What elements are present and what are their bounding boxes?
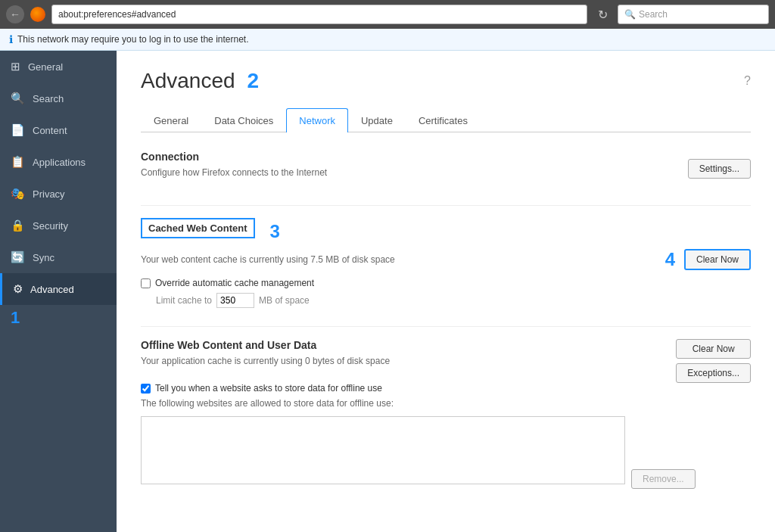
tell-offline-label: Tell you when a website asks to store da…	[155, 383, 382, 394]
content-area: Advanced 2 ? General Data Choices Networ…	[117, 51, 775, 532]
limit-unit: MB of space	[259, 295, 310, 306]
cached-desc: Your web content cache is currently usin…	[141, 254, 395, 265]
connection-info: Connection Configure how Firefox connect…	[141, 151, 327, 187]
annotation-4: 4	[665, 249, 675, 270]
sidebar-label-sync: Sync	[33, 252, 54, 263]
page-title: Advanced	[141, 69, 235, 93]
cached-content-title: Cached Web Content	[141, 218, 255, 238]
tell-offline-row: Tell you when a website asks to store da…	[141, 383, 751, 394]
clear-offline-button[interactable]: Clear Now	[676, 339, 751, 359]
back-button[interactable]: ←	[6, 5, 24, 23]
applications-icon: 📋	[11, 155, 25, 169]
override-cache-row: Override automatic cache management	[141, 278, 751, 288]
override-cache-checkbox[interactable]	[141, 278, 151, 288]
annotation-2: 2	[247, 69, 260, 93]
info-bar-text: This network may require you to log in t…	[17, 34, 249, 45]
sidebar-item-security[interactable]: 🔒 Security	[0, 210, 117, 241]
offline-content-section: Offline Web Content and User Data Your a…	[141, 339, 751, 490]
sidebar-label-content: Content	[33, 125, 67, 136]
cache-limit-row: Limit cache to MB of space	[156, 293, 751, 308]
help-icon[interactable]: ?	[744, 74, 751, 88]
advanced-icon: ⚙	[13, 282, 23, 296]
info-bar: ℹ This network may require you to log in…	[0, 29, 775, 51]
override-cache-label: Override automatic cache management	[155, 278, 314, 288]
sidebar-label-privacy: Privacy	[33, 188, 65, 200]
website-list	[141, 416, 625, 484]
sidebar-label-security: Security	[33, 220, 68, 232]
address-bar[interactable]	[51, 5, 587, 24]
reload-button[interactable]: ↻	[593, 5, 612, 23]
sidebar-item-sync[interactable]: 🔄 Sync	[0, 241, 117, 273]
tab-data-choices[interactable]: Data Choices	[201, 108, 286, 132]
sidebar-item-applications[interactable]: 📋 Applications	[0, 146, 117, 178]
content-icon: 📄	[11, 123, 25, 137]
settings-button[interactable]: Settings...	[688, 159, 751, 179]
page-header: Advanced 2 ?	[141, 69, 751, 93]
browser-search-bar[interactable]: 🔍 Search	[618, 5, 769, 24]
sidebar: ⊞ General 🔍 Search 📄 Content 📋 Applicati…	[0, 51, 117, 532]
tab-general[interactable]: General	[141, 108, 201, 132]
annotation-1: 1	[0, 305, 117, 331]
sidebar-label-applications: Applications	[33, 157, 86, 168]
sidebar-label-general: General	[28, 61, 63, 73]
tab-update[interactable]: Update	[348, 108, 406, 132]
search-bar-placeholder: Search	[639, 9, 668, 20]
offline-title: Offline Web Content and User Data	[141, 339, 676, 351]
connection-section: Connection Configure how Firefox connect…	[141, 151, 751, 187]
sidebar-item-privacy[interactable]: 🎭 Privacy	[0, 178, 117, 210]
sidebar-item-general[interactable]: ⊞ General	[0, 51, 117, 82]
exceptions-button[interactable]: Exceptions...	[676, 363, 751, 383]
security-icon: 🔒	[11, 219, 25, 232]
limit-label: Limit cache to	[156, 295, 212, 306]
connection-row: Connection Configure how Firefox connect…	[141, 151, 751, 187]
offline-desc: Your application cache is currently usin…	[141, 356, 676, 366]
divider-1	[141, 205, 751, 206]
offline-actions: Clear Now Exceptions...	[676, 339, 751, 383]
clear-cache-button[interactable]: Clear Now	[684, 249, 751, 270]
browser-toolbar: ← ↻ 🔍 Search	[0, 0, 775, 29]
cache-limit-input[interactable]	[216, 293, 254, 308]
sidebar-item-advanced[interactable]: ⚙ Advanced	[0, 273, 117, 305]
connection-title: Connection	[141, 151, 327, 163]
search-icon: 🔍	[624, 9, 636, 20]
remove-button[interactable]: Remove...	[631, 469, 696, 489]
allowed-label: The following websites are allowed to st…	[141, 398, 751, 409]
tell-offline-checkbox[interactable]	[141, 384, 151, 394]
sync-icon: 🔄	[11, 250, 25, 264]
firefox-icon	[30, 7, 45, 22]
privacy-icon: 🎭	[11, 187, 25, 201]
tab-certificates[interactable]: Certificates	[406, 108, 481, 132]
tabs-bar: General Data Choices Network Update Cert…	[141, 108, 751, 132]
cached-content-section: Cached Web Content 3 Your web content ca…	[141, 218, 751, 308]
divider-2	[141, 326, 751, 327]
info-icon: ℹ	[9, 33, 13, 45]
connection-description: Configure how Firefox connects to the In…	[141, 167, 327, 178]
sidebar-label-advanced: Advanced	[30, 284, 74, 295]
tab-network[interactable]: Network	[286, 108, 348, 132]
main-layout: ⊞ General 🔍 Search 📄 Content 📋 Applicati…	[0, 51, 775, 532]
general-icon: ⊞	[11, 60, 20, 73]
annotation-3: 3	[270, 221, 280, 242]
sidebar-item-search[interactable]: 🔍 Search	[0, 82, 117, 114]
sidebar-label-search: Search	[33, 93, 64, 104]
search-icon: 🔍	[11, 92, 25, 105]
sidebar-item-content[interactable]: 📄 Content	[0, 114, 117, 146]
